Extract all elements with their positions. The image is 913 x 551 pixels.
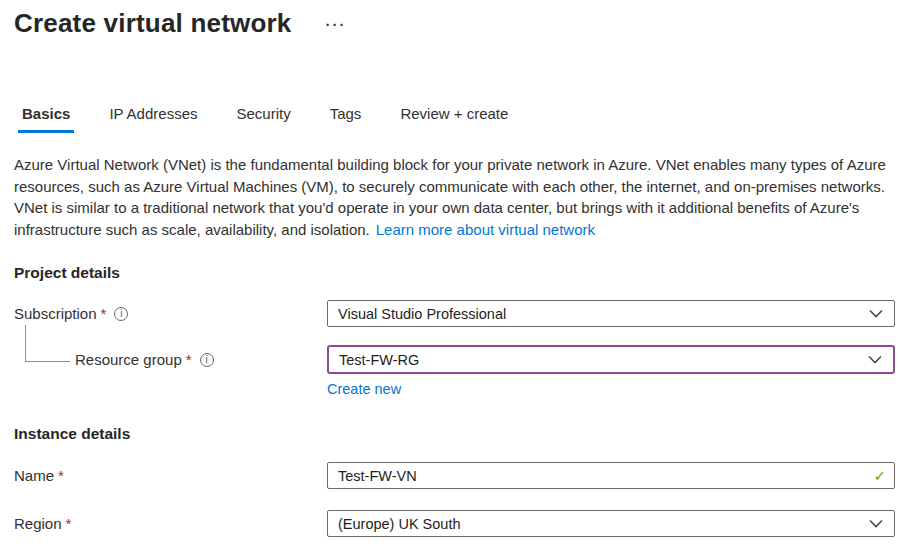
tab-ip-addresses[interactable]: IP Addresses: [105, 101, 201, 133]
required-marker: *: [58, 467, 64, 484]
subscription-label-group: Subscription * i: [14, 305, 327, 322]
intro-paragraph: Azure Virtual Network (VNet) is the fund…: [14, 154, 898, 240]
resource-group-field-col: Test-FW-RG: [327, 345, 895, 374]
project-details-heading: Project details: [14, 264, 899, 282]
chevron-down-icon: [868, 355, 882, 364]
wizard-tabs: Basics IP Addresses Security Tags Review…: [18, 101, 899, 133]
learn-more-link[interactable]: Learn more about virtual network: [376, 221, 595, 238]
name-label: Name: [14, 467, 54, 484]
region-label-group: Region *: [14, 515, 327, 532]
region-label: Region: [14, 515, 62, 532]
required-marker: *: [186, 351, 192, 368]
create-new-link[interactable]: Create new: [327, 381, 401, 397]
more-options-icon[interactable]: ···: [326, 17, 347, 32]
chevron-down-icon: [869, 519, 883, 528]
page-title: Create virtual network: [14, 8, 292, 39]
required-marker: *: [101, 305, 107, 322]
create-virtual-network-page: Create virtual network ··· Basics IP Add…: [0, 0, 913, 537]
tab-security[interactable]: Security: [233, 101, 295, 133]
region-dropdown[interactable]: (Europe) UK South: [327, 510, 895, 537]
region-field-col: (Europe) UK South: [327, 510, 895, 537]
info-icon[interactable]: i: [114, 307, 128, 321]
page-header: Create virtual network ···: [14, 8, 899, 39]
tree-connector: [25, 325, 70, 362]
name-row: Name * ✓: [14, 462, 899, 489]
resource-group-dropdown[interactable]: Test-FW-RG: [327, 345, 895, 374]
subscription-label: Subscription: [14, 305, 97, 322]
resource-group-value: Test-FW-RG: [339, 352, 419, 368]
name-input-wrap: ✓: [327, 462, 895, 489]
subscription-dropdown[interactable]: Visual Studio Professional: [327, 300, 895, 327]
name-label-group: Name *: [14, 467, 327, 484]
chevron-down-icon: [869, 309, 883, 318]
required-marker: *: [66, 515, 72, 532]
region-row: Region * (Europe) UK South: [14, 510, 899, 537]
name-field-col: ✓: [327, 462, 895, 489]
resource-group-row: Resource group * i Test-FW-RG: [14, 345, 899, 374]
tab-tags[interactable]: Tags: [326, 101, 366, 133]
resource-group-label: Resource group: [75, 351, 182, 368]
subscription-field-col: Visual Studio Professional: [327, 300, 895, 327]
info-icon[interactable]: i: [200, 353, 214, 367]
tab-review-create[interactable]: Review + create: [396, 101, 512, 133]
subscription-value: Visual Studio Professional: [338, 306, 506, 322]
instance-details-heading: Instance details: [14, 425, 899, 443]
region-value: (Europe) UK South: [338, 516, 461, 532]
tab-basics[interactable]: Basics: [18, 101, 74, 133]
subscription-row: Subscription * i Visual Studio Professio…: [14, 300, 899, 327]
name-input[interactable]: [327, 462, 895, 489]
